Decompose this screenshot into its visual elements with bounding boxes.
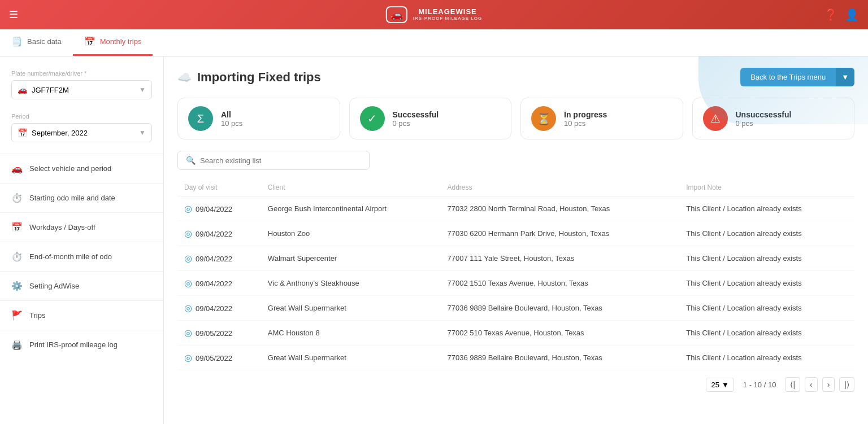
table-row: ◎09/04/2022 George Bush Intercontinental… [177,196,854,221]
row-status-icon: ◎ [184,303,192,313]
cell-client: Walmart Supercenter [261,246,441,271]
in-progress-info: In progress 10 pcs [564,110,607,128]
cell-import-note: This Client / Location already exists [679,221,854,246]
sidebar-divider-6 [0,300,163,301]
period-select[interactable]: 📅 September, 2022 ▼ [11,123,152,142]
search-input[interactable] [200,156,361,165]
profile-icon[interactable]: 👤 [845,8,859,21]
cell-client: Vic & Anthony's Steakhouse [261,271,441,296]
all-label: All [221,110,242,119]
sidebar-item-trips[interactable]: 🚩 Trips [0,303,163,327]
col-import-note: Import Note [679,179,854,196]
status-card-all: Σ All 10 pcs [177,98,340,139]
help-icon[interactable]: ❓ [824,8,838,21]
adwise-icon: ⚙️ [11,281,23,291]
vehicle-value: JGF7FF2M [32,86,134,94]
starting-odo-label: Starting odo mile and date [29,194,152,202]
all-info: All 10 pcs [221,110,242,128]
print-label: Print IRS-proof mileage log [29,340,152,349]
row-status-icon: ◎ [184,253,192,263]
sidebar-item-select-vehicle[interactable]: 🚗 Select vehicle and period [0,156,163,181]
next-page-btn[interactable]: › [822,377,835,392]
end-odo-icon: ⏱️ [11,251,23,262]
period-section: Period 📅 September, 2022 ▼ [0,108,163,151]
cell-address: 77007 111 Yale Street, Houston, Texas [440,246,679,271]
sidebar: Plate number/make/driver * 🚗 JGF7FF2M ▼ … [0,56,164,424]
page-info: 1 - 10 / 10 [743,381,776,389]
period-value: September, 2022 [32,129,134,137]
vehicle-label: Plate number/make/driver * [11,70,152,77]
in-progress-label: In progress [564,110,607,119]
table-row: ◎09/05/2022 Great Wall Supermarket 77036… [177,346,854,370]
per-page-select[interactable]: 25 ▼ [706,378,734,392]
nav-center: 🚗 MILEAGEWISE IRS-PROOF MILEAGE LOG [386,6,482,23]
cell-import-note: This Client / Location already exists [679,271,854,296]
cell-date: ◎09/04/2022 [177,296,261,321]
back-btn-wrap: Back to the Trips menu ▼ [740,68,854,86]
col-day-of-visit: Day of visit [177,179,261,196]
cell-date: ◎09/04/2022 [177,196,261,221]
vehicle-arrow-icon: ▼ [139,86,146,94]
cell-import-note: This Client / Location already exists [679,346,854,370]
hamburger-icon[interactable]: ☰ [9,8,18,21]
sidebar-divider-2 [0,183,163,183]
cell-date: ◎09/05/2022 [177,346,261,370]
all-count: 10 pcs [221,119,242,128]
table-row: ◎09/04/2022 Walmart Supercenter 77007 11… [177,246,854,271]
tab-basic-data[interactable]: 🗒️ Basic data [0,29,73,56]
vehicle-section: Plate number/make/driver * 🚗 JGF7FF2M ▼ [0,65,163,108]
last-page-btn[interactable]: |⟩ [839,377,854,392]
successful-label: Succsessful [393,110,439,119]
trip-table: Day of visit Client Address Import Note … [177,179,854,370]
decorative-bg [698,56,868,124]
table-row: ◎09/04/2022 Houston Zoo 77030 6200 Herma… [177,221,854,246]
cell-client: Houston Zoo [261,221,441,246]
status-card-in-progress: ⏳ In progress 10 pcs [520,98,683,139]
select-vehicle-icon: 🚗 [11,163,23,174]
row-status-icon: ◎ [184,353,192,362]
end-odo-label: End-of-month mile of odo [29,252,152,261]
successful-info: Succsessful 0 pcs [393,110,439,128]
tab-monthly-trips[interactable]: 📅 Monthly trips [73,29,153,56]
cell-address: 77002 1510 Texas Avenue, Houston, Texas [440,271,679,296]
table-header-row: Day of visit Client Address Import Note [177,179,854,196]
sidebar-item-starting-odo[interactable]: ⏱️ Starting odo mile and date [0,186,163,210]
tab-basic-data-label: Basic data [27,37,62,46]
cell-address: 77036 9889 Bellaire Boulevard, Houston, … [440,296,679,321]
sidebar-item-print[interactable]: 🖨️ Print IRS-proof mileage log [0,333,163,357]
brand-tagline: IRS-PROOF MILEAGE LOG [413,16,482,21]
nav-left: ☰ [9,8,18,21]
content-area: ☁️ Importing Fixed trips Back to the Tri… [164,56,868,424]
sidebar-divider-4 [0,242,163,242]
cell-date: ◎09/04/2022 [177,271,261,296]
status-card-successful: ✓ Succsessful 0 pcs [349,98,512,139]
table-header: Day of visit Client Address Import Note [177,179,854,196]
table-row: ◎09/05/2022 AMC Houston 8 77002 510 Texa… [177,321,854,346]
back-btn-arrow[interactable]: ▼ [836,68,854,86]
sidebar-divider-5 [0,271,163,272]
vehicle-select[interactable]: 🚗 JGF7FF2M ▼ [11,80,152,99]
sidebar-item-workdays[interactable]: 📅 Workdays / Days-off [0,215,163,239]
cell-date: ◎09/05/2022 [177,321,261,346]
in-progress-count: 10 pcs [564,119,607,128]
sidebar-divider-7 [0,330,163,330]
sidebar-item-adwise[interactable]: ⚙️ Setting AdWise [0,274,163,298]
first-page-btn[interactable]: ⟨| [785,377,800,392]
all-icon: Σ [188,106,213,131]
cell-client: George Bush Intercontinental Airport [261,196,441,221]
tabs-bar: 🗒️ Basic data 📅 Monthly trips [0,29,868,56]
cell-address: 77030 6200 Hermann Park Drive, Houston, … [440,221,679,246]
col-client: Client [261,179,441,196]
main-layout: Plate number/make/driver * 🚗 JGF7FF2M ▼ … [0,56,868,424]
vehicle-icon: 🚗 [18,85,27,94]
sidebar-item-end-odo[interactable]: ⏱️ End-of-month mile of odo [0,244,163,269]
logo-text: MILEAGEWISE IRS-PROOF MILEAGE LOG [413,8,482,21]
brand-name: MILEAGEWISE [413,8,482,16]
table-row: ◎09/04/2022 Great Wall Supermarket 77036… [177,296,854,321]
trips-label: Trips [29,311,152,320]
prev-page-btn[interactable]: ‹ [805,377,818,392]
cell-date: ◎09/04/2022 [177,246,261,271]
row-status-icon: ◎ [184,278,192,288]
back-to-trips-button[interactable]: Back to the Trips menu [740,68,836,86]
search-wrap: 🔍 [177,151,370,170]
